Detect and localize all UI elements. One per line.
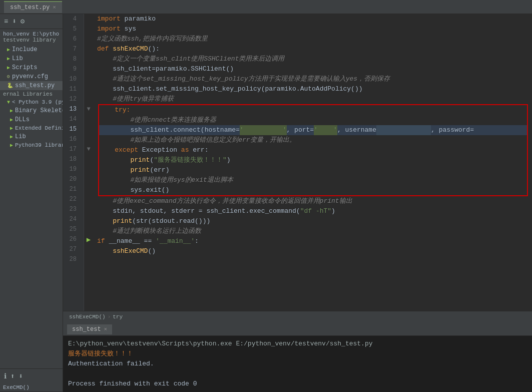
toolbar-btn-1[interactable]: ≡ xyxy=(3,17,9,27)
sidebar-item-binary[interactable]: ▶ Binary Skeletons xyxy=(0,106,63,115)
func-print-18: print xyxy=(99,155,150,165)
gi-17: ▼ xyxy=(84,144,93,154)
sidebar-label-pyvenv: pyvenv.cfg xyxy=(12,73,48,80)
code-line-21: sys.exit() xyxy=(99,185,527,195)
code-line-24: print(str(stdout.read())) xyxy=(97,216,528,226)
ln-17: 17 xyxy=(63,144,80,154)
ln-9: 9 xyxy=(63,64,80,74)
code-editor[interactable]: 4 5 6 7 8 9 10 11 12 13 14 15 16 17 18 1… xyxy=(63,14,532,311)
ln-19: 19 xyxy=(63,164,80,174)
gi-25 xyxy=(84,224,93,234)
sidebar-label-lib: Lib xyxy=(12,55,23,62)
sidebar-item-python39b[interactable]: ▶ Python39 library ro xyxy=(0,141,63,149)
func-sshExeCMD: sshExeCMD xyxy=(113,44,148,54)
ln-27: 27 xyxy=(63,244,80,254)
sidebar-item-include[interactable]: ▶ Include xyxy=(0,45,63,54)
folder-icon-binary: ▶ xyxy=(10,108,13,114)
tab-close-icon[interactable]: × xyxy=(53,5,56,11)
toolbar-btn-3[interactable]: ⚙ xyxy=(20,16,26,27)
ln-23: 23 xyxy=(63,204,80,214)
print-18-close: ) xyxy=(227,155,231,165)
code-line-15: ssh_client.connect(hostname=' ', port=' … xyxy=(99,125,527,135)
code-line-22: #使用exec_command方法执行命令，并使用变量接收命令的返回值并用pri… xyxy=(97,196,528,206)
sidebar-label-extdef: Extended Definitio xyxy=(15,125,63,131)
kw-if: if xyxy=(97,236,105,246)
sidebar-item-extdef[interactable]: ▶ Extended Definitio xyxy=(0,124,63,132)
ln-13: 13 xyxy=(63,104,80,114)
comment-25: #通过判断模块名运行上边函数 xyxy=(97,226,201,236)
line-15-portval: ' ' xyxy=(314,125,337,135)
bottom-btn-down[interactable]: ⬇ xyxy=(18,371,24,381)
line-23-a: stdin, stdout, stderr = ssh_client.exec_… xyxy=(97,206,300,216)
code-line-10: #通过这个set_missing_host_key_policy方法用于实现登录… xyxy=(97,74,528,84)
comment-6: #定义函数ssh,把操作内容写到函数里 xyxy=(97,34,208,44)
except-exception: Exception xyxy=(138,145,181,155)
sidebar-toolbar-bottom: ℹ ⬆ ⬇ xyxy=(0,368,63,383)
sidebar-label-lib2: Lib xyxy=(15,133,26,140)
breadcrumb-func: sshExeCMD() xyxy=(69,314,106,320)
folder-icon-lib: ▶ xyxy=(7,56,10,62)
py-icon: 🐍 xyxy=(7,83,13,89)
gi-8 xyxy=(84,54,93,64)
breadcrumb-sep: › xyxy=(108,314,111,320)
sidebar-breadcrumb: ExeCMD() xyxy=(0,383,63,392)
comment-20: #如果报错使用sys的exit退出脚本 xyxy=(99,175,233,185)
code-line-17: except Exception as err: xyxy=(99,145,527,155)
sidebar-item-pyvenv[interactable]: ⚙ pyvenv.cfg xyxy=(0,72,63,81)
terminal-line-4 xyxy=(68,369,527,379)
bottom-btn-info[interactable]: ℹ xyxy=(3,371,8,381)
gi-23 xyxy=(84,204,93,214)
gi-13: ▼ xyxy=(84,104,93,114)
gi-11 xyxy=(84,84,93,94)
code-line-27: sshExeCMD() xyxy=(97,246,528,256)
sidebar-item-dlls[interactable]: ▶ DLLs xyxy=(0,115,63,124)
line-15-indent: ssh_client.connect(hostname= xyxy=(99,125,240,135)
line-26-name: __name__ == xyxy=(105,236,156,246)
ln-10: 10 xyxy=(63,74,80,84)
code-line-23: stdin, stdout, stderr = ssh_client.exec_… xyxy=(97,206,528,216)
terminal-tab-close[interactable]: × xyxy=(104,326,108,332)
sidebar-item-scripts[interactable]: ▶ Scripts xyxy=(0,63,63,72)
gi-18 xyxy=(84,154,93,164)
gi-26: ▶ xyxy=(84,234,93,244)
project-name: hon_venv E:\python xyxy=(3,31,60,37)
line-26-colon: : xyxy=(195,236,199,246)
sidebar-label-dlls: DLLs xyxy=(15,116,30,123)
line-24-b: (str(stdout.read())) xyxy=(132,216,210,226)
kw-import-4: import xyxy=(97,14,121,24)
gi-5 xyxy=(84,24,93,34)
sidebar-item-lib[interactable]: ▶ Lib xyxy=(0,54,63,63)
bottom-btn-up[interactable]: ⬆ xyxy=(10,371,16,381)
line-15-hostname: ' ' xyxy=(240,125,287,135)
code-line-14: #使用cnnect类来连接服务器 xyxy=(99,115,527,125)
sidebar: ≡ ⬇ ⚙ hon_venv E:\python testvenv librar… xyxy=(0,14,63,392)
func-sshExeCMD-call: sshExeCMD xyxy=(97,246,148,256)
kw-as: as xyxy=(181,145,189,155)
gi-28 xyxy=(84,254,93,264)
comment-22: #使用exec_command方法执行命令，并使用变量接收命令的返回值并用pri… xyxy=(97,196,352,206)
ln-20: 20 xyxy=(63,174,80,184)
ln-12: 12 xyxy=(63,94,80,104)
file-tab[interactable]: ssh_test.py × xyxy=(4,1,62,13)
code-line-16: #如果上边命令报错吧报错信息定义到err变量，开输出。 xyxy=(99,135,527,145)
sidebar-item-python39[interactable]: ▼ < Python 3.9 (python xyxy=(0,98,63,106)
ln-6: 6 xyxy=(63,34,80,44)
toolbar-btn-2[interactable]: ⬇ xyxy=(11,16,17,27)
sidebar-item-sshtest[interactable]: 🐍 ssh_test.py xyxy=(0,81,63,90)
code-line-20: #如果报错使用sys的exit退出脚本 xyxy=(99,175,527,185)
ln-7: 7 xyxy=(63,44,80,54)
terminal-tab[interactable]: ssh_test × xyxy=(67,324,112,334)
ln-18: 18 xyxy=(63,154,80,164)
folder-icon-scripts: ▶ xyxy=(7,65,10,71)
library-root: testvenv library root xyxy=(3,37,60,43)
ln-24: 24 xyxy=(63,214,80,224)
str-fail: "服务器链接失败！！！" xyxy=(154,155,227,165)
line-15-userval xyxy=(376,125,431,135)
code-content[interactable]: import paramiko import sys #定义函数ssh,把操作内… xyxy=(93,14,532,311)
terminal-line-3: Authentication failed. xyxy=(68,359,527,369)
sidebar-project: hon_venv E:\python testvenv library root xyxy=(0,29,63,45)
sidebar-item-lib2[interactable]: ▶ Lib xyxy=(0,132,63,141)
line-numbers: 4 5 6 7 8 9 10 11 12 13 14 15 16 17 18 1… xyxy=(63,14,84,311)
gi-6 xyxy=(84,34,93,44)
ln-26: 26 xyxy=(63,234,80,244)
